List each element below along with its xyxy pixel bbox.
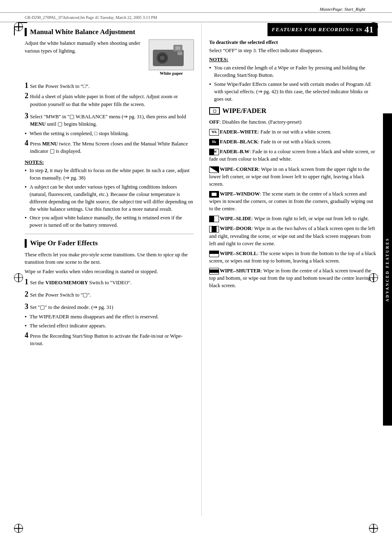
wf-step1-text: Set the VIDEO/MEMORY Switch to "VIDEO". [30,279,131,286]
wf-step4-num: 4 [25,331,28,340]
wf-bullet2: The selected effect indicator appears. [25,322,194,329]
white-paper-label: White paper [149,71,194,76]
step2-line: 2 Hold a sheet of plain white paper in f… [25,92,194,110]
fader-bw-icon: BW [209,149,219,155]
svg-rect-6 [178,52,182,55]
wf-step1-line: 1 Set the VIDEO/MEMORY Switch to "VIDEO"… [25,278,194,288]
advanced-features-sidebar: ADVANCED FEATURES [383,113,392,426]
step3-num: 3 [25,112,28,120]
wf-step1-num: 1 [25,278,28,286]
effect-fader-black: BkFADER–BLACK: Fade in or out with a bla… [209,138,378,145]
effect-fader-bw: BWFADER–B.W: Fade in to a colour screen … [209,148,378,163]
svg-rect-9 [210,226,212,232]
step3-bullet: When the setting is completed, □ stops b… [25,130,194,137]
wipe-fader-heading: WIPE/FADER [222,107,266,115]
note-2: A subject can be shot under various type… [25,183,194,213]
wipe-window-label: WIPE–WINDOW [220,191,260,197]
wf-step2-line: 2 Set the Power Switch to "▢". [25,290,194,301]
notes-heading: NOTES: [25,159,194,166]
step1-line: 1 Set the Power Switch to “□”. [25,81,194,90]
wipe-fader-intro1: These effects let you make pro-style sce… [25,251,194,266]
step4-text: Press MENU twice. The Menu Screen closes… [30,140,194,155]
page-number: 41 [364,24,374,35]
section-divider [25,234,194,234]
white-balance-title: Manual White Balance Adjustment [25,28,194,36]
wipe-fader-section: Wipe Or Fader Effects These effects let … [25,239,194,349]
step3-text: Select "MWB" in "▢ W.BALANCE" menu (⇒ pg… [30,113,194,128]
file-info: GR-D290_270PAL_07Advanced.fm Page 41 Tue… [25,15,157,20]
deactivate-heading: To deactivate the selected effect [209,39,378,46]
svg-rect-12 [210,273,219,274]
effect-wipe-door: WIPE–DOOR: Wipe in as the two halves of … [209,225,378,247]
wipe-fader-heading-area: ▢ WIPE/FADER [209,107,378,115]
wf-step3-text: Set "▢" to the desired mode. (⇒ pg. 31) [30,304,113,311]
effect-fader-white: WhFADER–WHITE: Fade in or out with a whi… [209,128,378,136]
white-balance-intro: Adjust the white balance manually when s… [25,39,145,54]
wf-bullet1: The WIPE/FADER menu disappears and the e… [25,313,194,320]
effect-off-desc: : Disables the function. (Factory-preset… [219,119,302,125]
wipe-shutter-label: WIPE–SHUTTER [220,268,261,274]
fader-bw-label: FADER–B.W [220,149,249,154]
reg-mark-bottom-right [367,522,380,534]
wipe-slide-desc: : Wipe in from right to left, or wipe ou… [251,216,369,221]
features-label: FEATURES FOR RECORDING [272,26,354,33]
fader-white-icon: Wh [209,129,219,136]
note-1: In step 2, it may be difficult to focus … [25,167,194,182]
wipe-door-label: WIPE–DOOR [220,226,251,231]
fader-white-label: FADER–WHITE [220,129,258,135]
effect-wipe-corner: WIPE–CORNER: Wipe in on a black screen f… [209,166,378,188]
deactivate-text: Select “OFF” in step 3. The effect indic… [209,47,378,54]
wf-step3-line: 3 Set "▢" to the desired mode. (⇒ pg. 31… [25,302,194,313]
effect-wipe-slide: →WIPE–SLIDE: Wipe in from right to left,… [209,215,378,222]
wipe-fader-section-title: Wipe Or Fader Effects [25,239,194,247]
right-col-content: FEATURES FOR RECORDING EN 41 To deactiva… [202,23,392,297]
svg-rect-2 [175,46,180,50]
svg-rect-10 [217,226,219,232]
step2-text: Hold a sheet of plain white paper in fro… [30,93,194,108]
left-column: Manual White Balance Adjustment Adjust t… [0,23,201,516]
svg-rect-11 [210,268,219,269]
note-3: Once you adjust white balance manually, … [25,214,194,229]
camera-svg [151,41,192,68]
wipe-scroll-label: WIPE–SCROLL [220,251,257,256]
features-heading-bar: FEATURES FOR RECORDING EN 41 [267,23,378,36]
page: MasterPage: Start_Right GR-D290_270PAL_0… [0,0,392,555]
step1-text: Set the Power Switch to “□”. [30,83,90,90]
features-header-area: FEATURES FOR RECORDING EN 41 [209,23,378,36]
wf-step4-text: Press the Recording Start/Stop Button to… [30,332,194,347]
fader-white-desc: : Fade in or out with a white screen. [258,129,331,135]
fader-black-label: FADER–BLACK [220,139,258,145]
wipe-fader-icon: ▢ [209,107,220,115]
wipe-slide-label: WIPE–SLIDE [220,216,251,221]
effect-wipe-shutter: WIPE–SHUTTER: Wipe in from the centre of… [209,267,378,289]
wf-step2-num: 2 [25,290,28,299]
wf-step2-text: Set the Power Switch to "▢". [30,291,91,299]
advanced-features-label: ADVANCED FEATURES [384,234,391,305]
right-notes-heading: NOTES: [209,57,378,63]
right-column: ADVANCED FEATURES FEATURES FOR RECORDING… [201,23,392,516]
wipe-corner-label: WIPE–CORNER [220,166,258,172]
step3-line: 3 Select "MWB" in "▢ W.BALANCE" menu (⇒ … [25,112,194,130]
fader-black-icon: Bk [209,139,219,145]
right-note-2: Some Wipe/Fader Effects cannot be used w… [209,81,378,103]
wf-step3-num: 3 [25,302,28,311]
wipe-slide-icon: → [209,216,219,222]
step1-num: 1 [25,81,28,90]
svg-marker-7 [210,167,219,173]
wipe-door-icon [209,226,219,233]
effect-wipe-window: WIPE–WINDOW: The scene starts in the cen… [209,190,378,212]
svg-rect-8 [212,193,217,196]
fader-black-desc: : Fade in or out with a black screen. [258,139,332,145]
svg-point-5 [160,55,165,60]
camera-illustration [149,39,194,70]
wipe-shutter-icon [209,268,219,274]
wipe-fader-intro2: Wipe or Fader works when video recording… [25,268,194,275]
wipe-corner-icon [209,166,219,173]
step2-num: 2 [25,92,28,100]
wf-step4-line: 4 Press the Recording Start/Stop Button … [25,331,194,349]
wipe-scroll-icon: ↑ [209,251,219,257]
en-label: EN [356,28,362,32]
masterpage-label: MasterPage: Start_Right [320,7,365,12]
reg-mark-bottom-left [12,522,25,534]
right-note-1: You can extend the length of a Wipe or F… [209,64,378,79]
